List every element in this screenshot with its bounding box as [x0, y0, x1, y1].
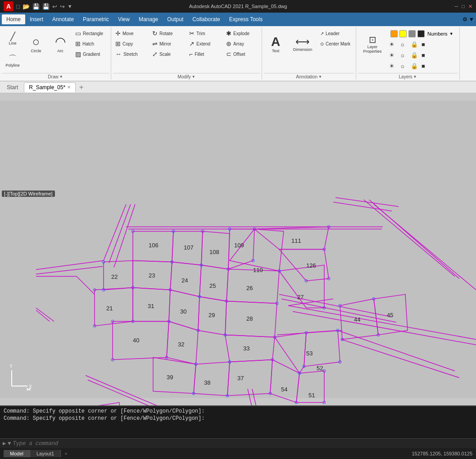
- layer-btn-5[interactable]: ☀: [389, 50, 399, 60]
- layer-properties-tool[interactable]: ⊡ LayerProperties: [358, 28, 387, 61]
- svg-text:30: 30: [180, 308, 186, 315]
- circle-tool[interactable]: ○ Circle: [24, 28, 48, 61]
- tabs-bar: Start R_Sample_05* ✕ +: [0, 82, 476, 93]
- layers-group-label[interactable]: Layers ▼: [358, 73, 458, 80]
- undo-btn[interactable]: ↩: [52, 3, 57, 10]
- window-controls[interactable]: ─ □ ✕: [455, 4, 472, 9]
- menu-bar: Home Insert Annotate Parametric View Man…: [0, 13, 476, 26]
- menu-insert[interactable]: Insert: [25, 14, 48, 24]
- customize-btn[interactable]: ▼: [68, 4, 73, 9]
- polyline-tool[interactable]: ⌒ Polyline: [2, 50, 23, 72]
- layer-properties-label: LayerProperties: [363, 45, 381, 54]
- tab-drawing[interactable]: R_Sample_05* ✕: [24, 82, 76, 92]
- menu-home[interactable]: Home: [2, 14, 25, 24]
- saveas-btn[interactable]: 💾: [42, 3, 50, 10]
- command-dropdown[interactable]: ▼: [8, 441, 11, 447]
- explode-tool[interactable]: ✱Explode: [224, 28, 260, 38]
- save-btn[interactable]: 💾: [32, 3, 40, 10]
- layer-btn-3[interactable]: 🔒: [410, 39, 420, 49]
- title-bar-title: Autodesk AutoCAD 2021 R_Sample_05.dwg: [189, 4, 287, 9]
- menu-express-tools[interactable]: Express Tools: [225, 14, 267, 24]
- svg-text:28: 28: [246, 315, 253, 322]
- tolerance-tool[interactable]: ⊙Center Mark: [318, 39, 354, 49]
- text-tool[interactable]: A Text: [264, 28, 287, 61]
- scale-tool[interactable]: ⤢Scale: [150, 49, 186, 59]
- mirror-tool[interactable]: ⇌Mirror: [150, 39, 186, 49]
- model-tab[interactable]: Model: [4, 450, 30, 457]
- close-btn[interactable]: ✕: [468, 4, 472, 9]
- layer-btn-9[interactable]: ☀: [389, 61, 399, 71]
- layers-expand: ▼: [413, 75, 417, 79]
- leader-tool[interactable]: ↗Leader: [318, 28, 354, 38]
- tab-start-label: Start: [7, 84, 18, 91]
- layer-btn-12[interactable]: ■: [421, 61, 431, 71]
- ribbon: Home Insert Annotate Parametric View Man…: [0, 13, 476, 82]
- layer-icons-row3: ☀ ☼ 🔒 ■: [389, 61, 455, 71]
- move-tool[interactable]: ✛Move: [113, 28, 149, 38]
- tab-add-button[interactable]: +: [77, 83, 86, 91]
- polyline-icon: ⌒: [9, 55, 17, 63]
- layout1-tab[interactable]: Layout1: [30, 450, 61, 457]
- minimize-btn[interactable]: ─: [455, 4, 458, 9]
- copy-tool[interactable]: ⊞Copy: [113, 39, 149, 49]
- trim-tool[interactable]: ✂Trim: [187, 28, 223, 38]
- svg-text:21: 21: [106, 305, 113, 312]
- layer-btn-8[interactable]: ■: [421, 50, 431, 60]
- layer-btn-4[interactable]: ■: [421, 39, 431, 49]
- drawing-canvas[interactable]: 106 107 108 109 110 111 126 23 22 24 25 …: [0, 93, 476, 405]
- layer-btn-7[interactable]: 🔒: [410, 50, 420, 60]
- modify-section: ✛Move ⊞Copy ↔Stretch ↻Rotate ⇌Mirror ⤢Sc…: [111, 27, 262, 80]
- add-layout-btn[interactable]: +: [61, 450, 71, 457]
- menu-parametric[interactable]: Parametric: [78, 14, 113, 24]
- command-input-row[interactable]: ▶ ▼: [0, 438, 476, 448]
- canvas-wrapper[interactable]: [-][Top][2D Wireframe]: [0, 93, 476, 405]
- new-btn[interactable]: □: [16, 3, 20, 10]
- layer-btn-10[interactable]: ☼: [399, 61, 409, 71]
- line-tool[interactable]: ╱ Line: [2, 28, 23, 50]
- offset-tool[interactable]: ⊂Offset: [224, 49, 260, 59]
- open-btn[interactable]: 📂: [23, 3, 30, 10]
- annotation-expand: ▼: [318, 75, 322, 79]
- array-tool[interactable]: ⊛Array: [224, 39, 260, 49]
- svg-text:37: 37: [237, 375, 244, 382]
- svg-text:51: 51: [308, 392, 315, 399]
- svg-text:23: 23: [149, 272, 155, 279]
- gradient-tool[interactable]: ▨Gradient: [73, 49, 109, 59]
- menu-collaborate[interactable]: Collaborate: [188, 14, 224, 24]
- dimension-tool[interactable]: ⟷ Dimension: [288, 28, 317, 61]
- swatch-orange: [390, 30, 398, 37]
- svg-text:38: 38: [204, 379, 210, 386]
- arc-tool[interactable]: ◠ Arc: [49, 28, 72, 61]
- tab-start[interactable]: Start: [2, 82, 23, 92]
- command-input-field[interactable]: [13, 441, 473, 447]
- fillet-tool[interactable]: ⌐Fillet: [187, 49, 223, 59]
- layer-btn-11[interactable]: 🔒: [410, 61, 420, 71]
- menu-manage[interactable]: Manage: [134, 14, 163, 24]
- command-line1: Command: Specify opposite corner or [Fen…: [4, 408, 472, 414]
- hatch-tool[interactable]: ⊞Hatch: [73, 39, 109, 49]
- layer-btn-1[interactable]: ☀: [389, 39, 399, 49]
- stretch-tool[interactable]: ↔Stretch: [113, 49, 149, 59]
- draw-group-label[interactable]: Draw ▼: [2, 73, 109, 80]
- menu-output[interactable]: Output: [163, 14, 188, 24]
- command-output: Command: Specify opposite corner or [Fen…: [0, 406, 476, 438]
- modify-group-label[interactable]: Modify ▼: [113, 73, 260, 80]
- extend-tool[interactable]: ↗Extend: [187, 39, 223, 49]
- numbers-expand[interactable]: ▼: [449, 32, 453, 36]
- layer-btn-2[interactable]: ☼: [399, 39, 409, 49]
- menu-view[interactable]: View: [113, 14, 134, 24]
- annotation-group-label[interactable]: Annotation ▼: [264, 73, 354, 80]
- workspace-selector[interactable]: ⚙ ▼: [462, 16, 474, 23]
- draw-expand: ▼: [59, 75, 63, 79]
- command-area: Command: Specify opposite corner or [Fen…: [0, 405, 476, 448]
- tab-close-icon[interactable]: ✕: [67, 85, 71, 90]
- menu-annotate[interactable]: Annotate: [48, 14, 78, 24]
- redo-btn[interactable]: ↪: [60, 3, 65, 10]
- layer-properties-icon: ⊡: [369, 35, 376, 44]
- rectangle-tool[interactable]: ▭Rectangle: [73, 28, 109, 38]
- swatch-gray: [408, 30, 416, 37]
- rotate-tool[interactable]: ↻Rotate: [150, 28, 186, 38]
- maximize-btn[interactable]: □: [462, 4, 465, 9]
- svg-text:26: 26: [246, 285, 253, 291]
- layer-btn-6[interactable]: ☼: [399, 50, 409, 60]
